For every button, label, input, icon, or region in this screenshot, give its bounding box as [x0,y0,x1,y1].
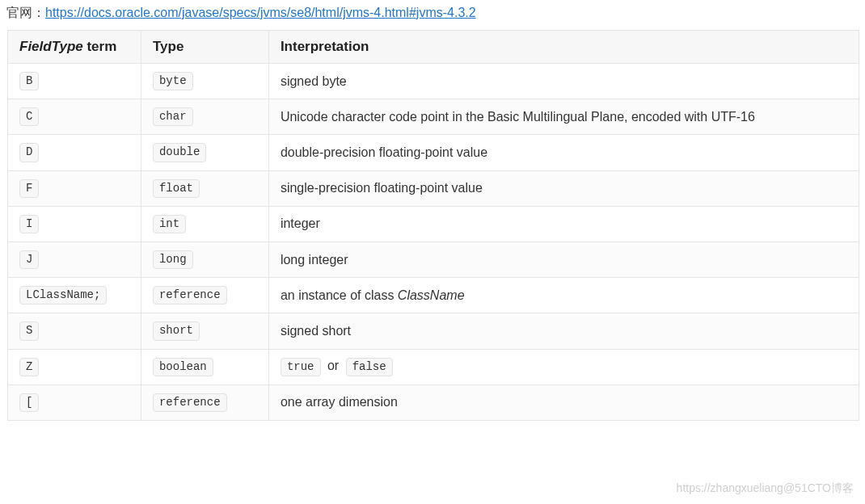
cell-term: LClassName; [8,278,141,313]
type-code: float [153,179,200,198]
type-code: long [153,250,193,269]
term-code: [ [19,393,39,412]
cell-type: reference [141,278,268,313]
cell-interpretation: double-precision floating-point value [268,135,859,170]
table-row: Iintinteger [8,206,859,242]
table-row: LClassName;referencean instance of class… [8,278,859,313]
cell-term: J [8,242,141,277]
cell-term: C [8,99,141,135]
table-row: [referenceone array dimension [8,384,859,420]
cell-type: short [141,313,268,349]
cell-type: long [141,242,268,277]
cell-term: B [8,64,141,99]
cell-term: Z [8,349,141,384]
interp-text: signed byte [281,74,347,88]
table-row: CcharUnicode character code point in the… [8,99,859,135]
term-code: S [19,321,39,340]
term-code: LClassName; [19,286,107,304]
interp-em: ClassName [398,288,465,302]
type-code: int [153,215,186,233]
cell-interpretation: an instance of class ClassName [268,278,859,313]
cell-interpretation: signed short [268,313,859,349]
term-code: F [19,179,39,198]
intro-line: 官网：https://docs.oracle.com/javase/specs/… [6,5,860,22]
interp-text: double-precision floating-point value [281,145,487,159]
table-row: Ffloatsingle-precision floating-point va… [8,170,859,206]
interp-text: an instance of class [281,288,398,302]
type-code: char [153,107,193,126]
interp-text: one array dimension [281,395,398,409]
term-code: J [19,250,39,269]
type-code: byte [153,72,193,90]
interp-text: signed short [281,324,351,338]
cell-type: reference [141,384,268,420]
header-fieldtype-rest: term [83,39,117,54]
interp-text: single-precision floating-point value [281,181,483,195]
table-row: Bbytesigned byte [8,64,859,99]
cell-term: F [8,170,141,206]
type-code: double [153,143,206,162]
cell-interpretation: Unicode character code point in the Basi… [268,99,859,135]
cell-interpretation: signed byte [268,64,859,99]
interp-text: Unicode character code point in the Basi… [281,110,755,124]
cell-interpretation: integer [268,206,859,242]
spec-link[interactable]: https://docs.oracle.com/javase/specs/jvm… [45,6,476,19]
type-code: reference [153,286,227,304]
type-code: boolean [153,358,213,376]
cell-type: float [141,170,268,206]
interp-text: integer [281,216,320,230]
cell-interpretation: single-precision floating-point value [268,170,859,206]
interp-text: long integer [281,253,348,267]
cell-interpretation: true or false [268,349,859,384]
interp-code: false [346,358,393,376]
interp-code: true [281,358,321,376]
table-row: Jlonglong integer [8,242,859,277]
cell-type: double [141,135,268,170]
header-interpretation: Interpretation [268,31,859,64]
cell-type: int [141,206,268,242]
term-code: C [19,107,39,126]
term-code: I [19,215,39,233]
term-code: Z [19,358,39,376]
header-fieldtype-italic: FieldType [19,39,83,54]
term-code: B [19,72,39,90]
cell-type: byte [141,64,268,99]
term-code: D [19,143,39,162]
cell-term: I [8,206,141,242]
cell-type: boolean [141,349,268,384]
table-row: Ddoubledouble-precision floating-point v… [8,135,859,170]
cell-term: [ [8,384,141,420]
header-type: Type [141,31,268,64]
interp-or: or [324,359,343,372]
cell-term: S [8,313,141,349]
intro-prefix: 官网： [6,6,45,19]
cell-interpretation: one array dimension [268,384,859,420]
cell-type: char [141,99,268,135]
cell-term: D [8,135,141,170]
type-code: reference [153,393,227,412]
table-row: Sshortsigned short [8,313,859,349]
cell-interpretation: long integer [268,242,859,277]
type-code: short [153,321,200,340]
table-row: Zbooleantrue or false [8,349,859,384]
fieldtype-table: FieldType term Type Interpretation Bbyte… [7,30,859,421]
header-fieldtype-term: FieldType term [8,31,141,64]
